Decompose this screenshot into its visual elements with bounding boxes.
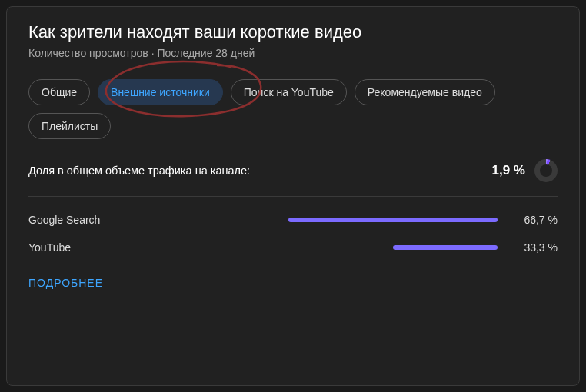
traffic-sources-card: Как зрители находят ваши короткие видео … <box>6 6 580 386</box>
tab-recommended-videos[interactable]: Рекомендуемые видео <box>355 79 495 105</box>
overall-traffic-share-row: Доля в общем объеме трафика на канале: 1… <box>28 159 558 182</box>
source-name: Google Search <box>28 214 275 226</box>
source-percent: 66,7 % <box>511 214 558 226</box>
tab-row: Общие Внешние источники Поиск на YouTube… <box>28 79 558 139</box>
tab-label: Рекомендуемые видео <box>368 86 482 98</box>
bar-fill <box>288 218 498 222</box>
tab-playlists[interactable]: Плейлисты <box>28 113 111 139</box>
bar-track <box>288 245 498 250</box>
overall-traffic-share-label: Доля в общем объеме трафика на канале: <box>28 164 250 177</box>
source-row: Google Search 66,7 % <box>28 214 558 226</box>
tab-external-sources[interactable]: Внешние источники <box>98 79 223 105</box>
tab-youtube-search[interactable]: Поиск на YouTube <box>231 79 347 105</box>
source-name: YouTube <box>28 241 275 254</box>
bar-fill <box>393 245 498 250</box>
tab-label: Общие <box>42 86 77 98</box>
tab-label: Плейлисты <box>42 120 98 132</box>
overall-traffic-share-value-wrap: 1,9 % <box>492 159 558 182</box>
source-row: YouTube 33,3 % <box>28 241 558 254</box>
tab-label: Внешние источники <box>111 86 210 98</box>
tab-general[interactable]: Общие <box>28 79 90 105</box>
donut-chart-icon <box>534 159 558 182</box>
bar-track <box>288 218 498 222</box>
source-percent: 33,3 % <box>511 241 558 254</box>
card-title: Как зрители находят ваши короткие видео <box>28 22 558 42</box>
card-subtitle: Количество просмотров · Последние 28 дне… <box>28 47 558 59</box>
more-details-link[interactable]: ПОДРОБНЕЕ <box>28 277 103 289</box>
overall-traffic-share-value: 1,9 % <box>492 163 525 178</box>
divider <box>28 196 558 197</box>
tab-label: Поиск на YouTube <box>244 86 334 98</box>
